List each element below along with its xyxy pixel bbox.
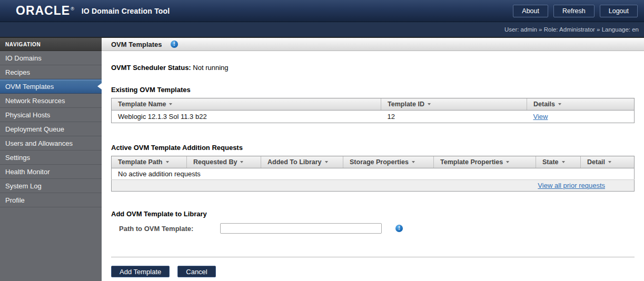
sort-caret-icon bbox=[562, 161, 565, 163]
column-header-detail[interactable]: Detail bbox=[581, 156, 635, 168]
path-form-row: Path to OVM Template: bbox=[111, 223, 635, 234]
sort-caret-icon bbox=[608, 161, 611, 163]
cell-template-id: 12 bbox=[381, 111, 527, 123]
column-header-details[interactable]: Details bbox=[527, 98, 635, 111]
addition-requests-heading: Active OVM Template Addition Requests bbox=[111, 144, 635, 152]
table-footer-row: View all prior requests bbox=[112, 180, 635, 192]
header-button-group: About Refresh Logout bbox=[513, 5, 638, 17]
registered-mark-icon: ® bbox=[71, 6, 74, 12]
column-header-template-id[interactable]: Template ID bbox=[381, 98, 527, 111]
sidebar-item-network-resources[interactable]: Network Resources bbox=[0, 94, 102, 108]
app-title: IO Domain Creation Tool bbox=[82, 7, 170, 15]
about-button[interactable]: About bbox=[513, 5, 548, 17]
empty-requests-message: No active addition requests bbox=[112, 168, 635, 180]
user-role-language-text: User: admin » Role: Administrator » Lang… bbox=[504, 26, 639, 33]
sort-caret-icon bbox=[240, 161, 243, 163]
app-header: ORACLE ® IO Domain Creation Tool About R… bbox=[0, 0, 644, 22]
path-input[interactable] bbox=[220, 223, 382, 234]
sort-caret-icon bbox=[325, 161, 328, 163]
existing-templates-table: Template Name Template ID Details Weblog… bbox=[111, 98, 635, 123]
sidebar-item-users-and-allowances[interactable]: Users and Allowances bbox=[0, 136, 102, 150]
sort-caret-icon bbox=[412, 161, 415, 163]
addition-requests-table: Template Path Requested By Added To Libr… bbox=[111, 156, 635, 192]
empty-row: No active addition requests bbox=[112, 168, 635, 180]
column-header-template-path[interactable]: Template Path bbox=[112, 156, 187, 168]
active-item-arrow-icon bbox=[97, 83, 102, 89]
sort-caret-icon bbox=[558, 103, 561, 105]
logout-button[interactable]: Logout bbox=[600, 5, 638, 17]
scheduler-status: OVMT Scheduler Status: Not running bbox=[111, 64, 635, 72]
cell-template-name: Weblogic 12.1.3 Sol 11.3 b22 bbox=[112, 111, 381, 123]
view-all-prior-requests-link[interactable]: View all prior requests bbox=[538, 182, 605, 189]
column-header-requested-by[interactable]: Requested By bbox=[187, 156, 261, 168]
page-info-icon[interactable] bbox=[171, 41, 178, 48]
page-title: OVM Templates bbox=[111, 41, 162, 48]
sidebar-item-system-log[interactable]: System Log bbox=[0, 179, 102, 193]
sidebar-item-settings[interactable]: Settings bbox=[0, 150, 102, 165]
sort-caret-icon bbox=[169, 103, 172, 105]
sidebar-item-physical-hosts[interactable]: Physical Hosts bbox=[0, 108, 102, 122]
page: ORACLE ® IO Domain Creation Tool About R… bbox=[0, 0, 644, 281]
cancel-button[interactable]: Cancel bbox=[177, 266, 215, 277]
sidebar-item-ovm-templates[interactable]: OVM Templates bbox=[0, 79, 102, 94]
section-divider bbox=[111, 257, 635, 257]
path-field-label: Path to OVM Template: bbox=[111, 225, 220, 233]
sort-caret-icon bbox=[428, 103, 431, 105]
page-title-bar: OVM Templates bbox=[102, 38, 644, 51]
path-info-icon[interactable] bbox=[395, 225, 403, 232]
add-template-button[interactable]: Add Template bbox=[111, 266, 170, 277]
oracle-logo-text: ORACLE bbox=[16, 4, 70, 18]
column-header-added-to-library[interactable]: Added To Library bbox=[261, 156, 343, 168]
action-button-row: Add Template Cancel bbox=[111, 266, 635, 277]
sort-caret-icon bbox=[166, 161, 169, 163]
column-header-template-name[interactable]: Template Name bbox=[112, 98, 381, 111]
navigation-header: NAVIGATION bbox=[0, 38, 102, 51]
sidebar-filler bbox=[0, 207, 102, 281]
content-area: OVM Templates OVMT Scheduler Status: Not… bbox=[102, 38, 644, 281]
sidebar-item-recipes[interactable]: Recipes bbox=[0, 65, 102, 79]
user-info-bar: User: admin » Role: Administrator » Lang… bbox=[0, 22, 644, 37]
sidebar-item-profile[interactable]: Profile bbox=[0, 193, 102, 207]
sidebar-item-io-domains[interactable]: IO Domains bbox=[0, 51, 102, 65]
oracle-logo: ORACLE ® bbox=[16, 4, 74, 18]
column-header-storage-properties[interactable]: Storage Properties bbox=[343, 156, 434, 168]
column-header-state[interactable]: State bbox=[536, 156, 581, 168]
refresh-button[interactable]: Refresh bbox=[553, 5, 595, 17]
view-link[interactable]: View bbox=[533, 113, 548, 121]
sidebar-item-health-monitor[interactable]: Health Monitor bbox=[0, 165, 102, 179]
table-row: Weblogic 12.1.3 Sol 11.3 b22 12 View bbox=[112, 111, 635, 123]
add-template-heading: Add OVM Template to Library bbox=[111, 210, 635, 218]
cell-details: View bbox=[527, 111, 635, 123]
sort-caret-icon bbox=[506, 161, 509, 163]
column-header-template-properties[interactable]: Template Properties bbox=[434, 156, 536, 168]
navigation-sidebar: NAVIGATION IO Domains Recipes OVM Templa… bbox=[0, 38, 102, 281]
existing-templates-heading: Existing OVM Templates bbox=[111, 86, 635, 94]
scheduler-status-value: Not running bbox=[193, 64, 228, 72]
scheduler-status-label: OVMT Scheduler Status: bbox=[111, 64, 191, 72]
sidebar-item-deployment-queue[interactable]: Deployment Queue bbox=[0, 122, 102, 136]
